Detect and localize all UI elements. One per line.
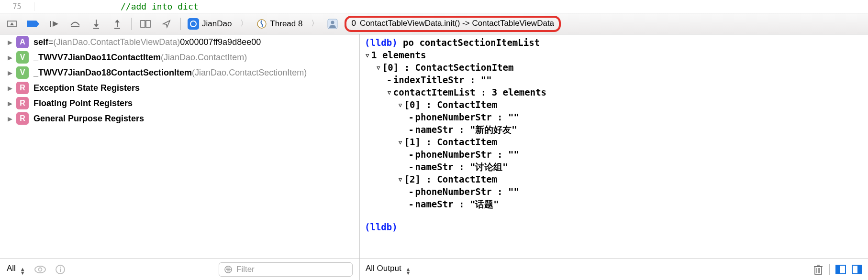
trash-icon[interactable] <box>813 264 823 275</box>
variable-row[interactable]: ▶ R General Purpose Registers <box>0 111 359 126</box>
separator <box>131 18 132 30</box>
svg-point-17 <box>331 21 334 24</box>
variable-name: Exception State Registers <box>33 83 140 93</box>
variable-row[interactable]: ▶ V _TWVV7JianDao11ContactItem (JianDao.… <box>0 50 359 65</box>
scope-selector[interactable]: All ▲▼ <box>7 264 25 275</box>
lldb-prompt: (lldb) <box>365 222 398 232</box>
lldb-prompt: (lldb) <box>365 37 398 48</box>
console-line: - phoneNumberStr : "" <box>365 148 868 161</box>
chevron-right-icon: 〉 <box>309 19 321 29</box>
svg-rect-22 <box>60 267 61 268</box>
separator <box>180 18 181 30</box>
scope-label: All <box>7 264 16 273</box>
breakpoints-icon[interactable] <box>26 18 40 30</box>
variable-value: 0x00007ff9a9d8ee00 <box>180 37 261 47</box>
console-command: po contactSectionItemList <box>403 37 540 48</box>
variable-row[interactable]: ▶ R Floating Point Registers <box>0 96 359 111</box>
breadcrumb-app[interactable]: JianDao <box>188 18 232 30</box>
console-output: ▿ 1 elements ▿ [0] : ContactSectionItem … <box>365 49 868 210</box>
debug-footer: All ▲▼ Filter All Output ▲▼ <box>0 258 868 280</box>
separator <box>829 264 830 275</box>
type-badge: R <box>16 82 29 94</box>
debug-toolbar: JianDao 〉 Thread 8 〉 0 ContactTableViewD… <box>0 13 868 34</box>
code-comment: //add into dict <box>121 1 199 11</box>
variables-view[interactable]: ▶ A self = (JianDao.ContactTableViewData… <box>0 34 360 258</box>
thread-icon <box>256 19 267 29</box>
variable-row[interactable]: ▶ A self = (JianDao.ContactTableViewData… <box>0 34 359 50</box>
breadcrumb-thread-label: Thread 8 <box>270 19 302 29</box>
breadcrumb-app-label: JianDao <box>202 19 232 29</box>
filter-icon <box>224 265 233 274</box>
console-line: - phoneNumberStr : "" <box>365 111 868 123</box>
console-line: ▿ [2] : ContactItem <box>365 173 868 185</box>
output-scope-label: All Output <box>366 264 401 273</box>
console-line: ▿ [0] : ContactItem <box>365 98 868 111</box>
person-icon <box>327 19 338 29</box>
variable-row[interactable]: ▶ R Exception State Registers <box>0 80 359 96</box>
type-badge: A <box>16 36 29 48</box>
step-into-icon[interactable] <box>89 18 103 30</box>
variable-name: Floating Point Registers <box>33 98 133 108</box>
svg-rect-5 <box>71 26 79 27</box>
disclosure-icon[interactable]: ▶ <box>8 85 12 92</box>
app-icon <box>188 18 199 30</box>
svg-marker-1 <box>10 22 14 25</box>
svg-rect-12 <box>141 21 145 27</box>
step-over-icon[interactable] <box>68 18 82 30</box>
variable-name: _TWVV7JianDao18ContactSectionItem <box>33 68 192 78</box>
updown-icon: ▲▼ <box>20 267 25 275</box>
type-badge: V <box>16 66 29 79</box>
info-icon[interactable] <box>55 264 66 275</box>
disclosure-icon[interactable]: ▶ <box>8 54 12 61</box>
step-out-icon[interactable] <box>110 18 124 30</box>
variable-type: (JianDao.ContactSectionItem) <box>192 68 307 78</box>
filter-input[interactable]: Filter <box>219 262 353 277</box>
variable-name: self <box>33 37 48 47</box>
variable-name: _TWVV7JianDao11ContactItem <box>33 53 161 63</box>
continue-icon[interactable] <box>47 18 61 30</box>
console-line: - phoneNumberStr : "" <box>365 185 868 198</box>
disclosure-icon[interactable]: ▶ <box>8 69 12 76</box>
hide-debug-icon[interactable] <box>5 18 19 30</box>
breadcrumb-stackframe[interactable]: 0 ContactTableViewData.init() -> Contact… <box>345 16 561 32</box>
disclosure-icon[interactable]: ▶ <box>8 100 12 107</box>
console-line: - indexTitleStr : "" <box>365 74 868 86</box>
svg-rect-13 <box>146 21 150 27</box>
variable-row[interactable]: ▶ V _TWVV7JianDao18ContactSectionItem (J… <box>0 65 359 80</box>
console-line: ▿ contactItemList : 3 elements <box>365 86 868 98</box>
disclosure-icon[interactable]: ▶ <box>8 115 12 122</box>
breadcrumb-frame-icon <box>327 19 338 29</box>
console-line: ▿ 1 elements <box>365 49 868 61</box>
console-line: ▿ [1] : ContactItem <box>365 136 868 148</box>
right-pane-toggle-icon[interactable] <box>852 265 862 274</box>
console-line: - nameStr : "讨论组" <box>365 161 868 173</box>
type-badge: V <box>16 51 29 64</box>
type-badge: R <box>16 112 29 125</box>
svg-point-18 <box>35 266 45 273</box>
svg-marker-2 <box>27 21 39 27</box>
source-line: 75 //add into dict <box>0 0 868 13</box>
line-number: 75 <box>0 2 34 11</box>
frame-index: 0 <box>351 19 356 28</box>
location-icon[interactable] <box>159 18 174 30</box>
disclosure-icon[interactable]: ▶ <box>8 39 12 46</box>
variable-type: (JianDao.ContactItem) <box>161 53 247 63</box>
console-line: ▿ [0] : ContactSectionItem <box>365 61 868 74</box>
breadcrumb-thread[interactable]: Thread 8 <box>256 19 302 29</box>
view-debug-icon[interactable] <box>138 18 153 30</box>
output-scope-selector[interactable]: All Output ▲▼ <box>366 264 411 275</box>
left-pane-toggle-icon[interactable] <box>835 265 846 274</box>
svg-marker-7 <box>94 24 99 27</box>
variable-name: General Purpose Registers <box>33 114 144 124</box>
console-view[interactable]: (lldb) po contactSectionItemList ▿ 1 ele… <box>360 34 868 258</box>
svg-rect-11 <box>114 28 120 29</box>
svg-marker-14 <box>163 21 170 27</box>
frame-label: ContactTableViewData.init() -> ContactTa… <box>360 19 554 28</box>
svg-rect-3 <box>50 21 51 27</box>
quicklook-icon[interactable] <box>34 265 46 274</box>
svg-rect-21 <box>60 269 61 272</box>
updown-icon: ▲▼ <box>405 267 411 275</box>
filter-placeholder: Filter <box>236 265 255 274</box>
type-badge: R <box>16 97 29 109</box>
chevron-right-icon: 〉 <box>238 19 250 29</box>
